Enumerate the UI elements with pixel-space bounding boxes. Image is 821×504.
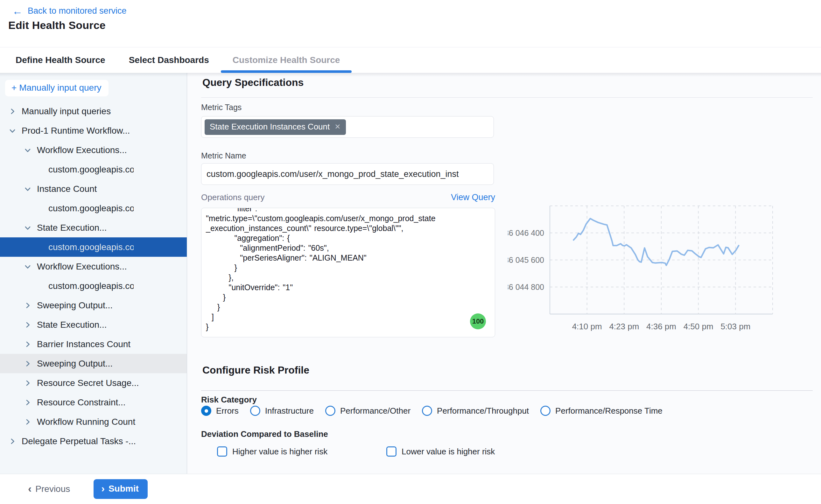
metrics-sidebar: + Manually input query Manually input qu… (0, 73, 187, 474)
page-title: Edit Health Source (8, 19, 106, 31)
checkbox-label: Lower value is higher risk (402, 447, 495, 457)
tree-item-label: State Execution... (37, 320, 107, 330)
risk-radio-performance-response-time[interactable]: Performance/Response Time (540, 406, 663, 416)
chevron-right-icon[interactable] (8, 437, 17, 445)
tree-item-barrier-instances-count[interactable]: Barrier Instances Count (0, 334, 187, 354)
tree-item-label: Resource Constraint... (37, 397, 126, 408)
tree-item-state-execution[interactable]: State Execution... (0, 315, 187, 334)
tree-item-sweeping-output[interactable]: Sweeping Output... (0, 296, 187, 315)
tree-item-label: Barrier Instances Count (37, 339, 130, 349)
result-count-badge: 100 (470, 313, 486, 329)
metric-tags-input[interactable]: State Execution Instances Count ✕ (201, 116, 494, 138)
tree-item-instance-count[interactable]: Instance Count (0, 179, 187, 199)
tree-item-label: custom.googleapis.co (48, 281, 134, 291)
deviation-checkbox-higher-value-is-higher-risk[interactable]: Higher value is higher risk (217, 446, 386, 457)
chevron-down-icon[interactable] (24, 263, 32, 271)
tree-item-custom-googleapis-co[interactable]: custom.googleapis.co (0, 199, 187, 218)
radio-icon[interactable] (540, 406, 551, 416)
radio-label: Infrastructure (265, 406, 314, 416)
back-to-monitored-service-link[interactable]: ← Back to monitored service (12, 6, 127, 16)
tree-item-label: custom.googleapis.co (48, 165, 134, 175)
deviation-checkbox-lower-value-is-higher-risk[interactable]: Lower value is higher risk (386, 446, 556, 457)
tab-select-dashboards[interactable]: Select Dashboards (117, 47, 221, 73)
metric-name-label: Metric Name (201, 151, 246, 160)
risk-radio-performance-throughput[interactable]: Performance/Throughput (422, 406, 529, 416)
metric-name-field[interactable] (201, 163, 494, 185)
metric-tags-label: Metric Tags (201, 103, 242, 112)
checkbox-icon[interactable] (386, 446, 396, 457)
chevron-right-icon[interactable] (24, 321, 32, 329)
chevron-right-icon[interactable] (24, 301, 32, 310)
radio-icon[interactable] (201, 406, 211, 416)
chevron-down-icon[interactable] (24, 224, 32, 232)
operations-query-row: Operations query View Query (201, 193, 495, 202)
tree-item-label: Workflow Running Count (37, 417, 135, 427)
tree-item-custom-googleapis-co[interactable]: custom.googleapis.co (0, 276, 187, 296)
tree-item-sweeping-output[interactable]: Sweeping Output... (0, 354, 187, 373)
tree-item-prod-1-runtime-workflow[interactable]: Prod-1 Runtime Workflow... (0, 121, 187, 140)
previous-button[interactable]: ‹ Previous (28, 484, 70, 494)
tree-item-delegate-perpetual-tasks[interactable]: Delegate Perpetual Tasks -... (0, 431, 187, 451)
svg-text:5:03 pm: 5:03 pm (720, 322, 750, 331)
tree-item-resource-constraint[interactable]: Resource Constraint... (0, 393, 187, 412)
operations-query-editor[interactable]: "filter": "metric.type=\"custom.googleap… (201, 208, 495, 337)
chevron-right-icon[interactable] (24, 360, 32, 368)
tree-item-label: State Execution... (37, 223, 107, 233)
metric-tag-chip: State Execution Instances Count ✕ (205, 119, 346, 135)
svg-text:4:10 pm: 4:10 pm (572, 322, 602, 331)
page-header: ← Back to monitored service Edit Health … (0, 0, 821, 47)
svg-text:36 045 600: 36 045 600 (508, 255, 544, 264)
submit-button[interactable]: › Submit (94, 479, 148, 499)
deviation-options: Higher value is higher riskLower value i… (217, 446, 556, 457)
remove-tag-icon[interactable]: ✕ (334, 123, 340, 130)
radio-icon[interactable] (422, 406, 432, 416)
tree-item-label: Sweeping Output... (37, 300, 113, 311)
risk-radio-performance-other[interactable]: Performance/Other (325, 406, 411, 416)
radio-label: Performance/Throughput (437, 406, 529, 416)
chevron-down-icon[interactable] (24, 185, 32, 193)
metric-tree: Manually input queriesProd-1 Runtime Wor… (0, 101, 187, 451)
add-manual-query-button[interactable]: + Manually input query (5, 80, 109, 96)
tree-item-workflow-running-count[interactable]: Workflow Running Count (0, 412, 187, 431)
tree-item-label: Workflow Executions... (37, 262, 127, 272)
tree-item-workflow-executions[interactable]: Workflow Executions... (0, 257, 187, 276)
tab-define-health-source[interactable]: Define Health Source (4, 47, 117, 73)
chevron-right-icon[interactable] (24, 379, 32, 387)
svg-text:36 046 400: 36 046 400 (508, 228, 544, 237)
chevron-down-icon[interactable] (24, 146, 32, 154)
chevron-right-icon[interactable] (24, 340, 32, 348)
chart-svg: 36 046 40036 045 60036 044 8004:10 pm4:2… (508, 202, 794, 345)
tree-item-workflow-executions[interactable]: Workflow Executions... (0, 140, 187, 160)
tree-item-custom-googleapis-co[interactable]: custom.googleapis.co (0, 160, 187, 179)
back-link-label: Back to monitored service (28, 6, 127, 16)
tree-item-label: Sweeping Output... (37, 359, 113, 369)
query-specifications-title: Query Specifications (202, 77, 304, 88)
radio-label: Performance/Other (340, 406, 411, 416)
submit-button-label: Submit (109, 484, 139, 494)
risk-radio-errors[interactable]: Errors (201, 406, 239, 416)
radio-icon[interactable] (250, 406, 260, 416)
risk-radio-infrastructure[interactable]: Infrastructure (250, 406, 314, 416)
tree-item-label: Workflow Executions... (37, 145, 127, 155)
chevron-right-icon[interactable] (8, 107, 17, 115)
checkbox-label: Higher value is higher risk (232, 447, 327, 457)
radio-label: Errors (216, 406, 239, 416)
tab-customize-health-source[interactable]: Customize Health Source (221, 47, 352, 73)
configure-risk-profile-title: Configure Risk Profile (202, 364, 309, 376)
chevron-right-icon[interactable] (24, 398, 32, 407)
tree-item-label: Manually input queries (22, 106, 111, 116)
view-query-link[interactable]: View Query (451, 193, 495, 202)
tree-item-manually-input-queries[interactable]: Manually input queries (0, 101, 187, 121)
checkbox-icon[interactable] (217, 446, 227, 457)
tree-item-custom-googleapis-co[interactable]: custom.googleapis.co (0, 237, 187, 257)
wizard-footer: ‹ Previous › Submit (0, 474, 821, 504)
tree-item-state-execution[interactable]: State Execution... (0, 218, 187, 237)
tree-item-resource-secret-usage[interactable]: Resource Secret Usage... (0, 373, 187, 393)
back-arrow-icon: ← (12, 6, 23, 16)
svg-text:4:50 pm: 4:50 pm (684, 322, 713, 331)
tree-item-label: custom.googleapis.co (48, 203, 134, 213)
chevron-right-icon[interactable] (24, 418, 32, 426)
chevron-down-icon[interactable] (8, 127, 17, 135)
operations-query-label: Operations query (201, 193, 264, 202)
radio-icon[interactable] (325, 406, 335, 416)
